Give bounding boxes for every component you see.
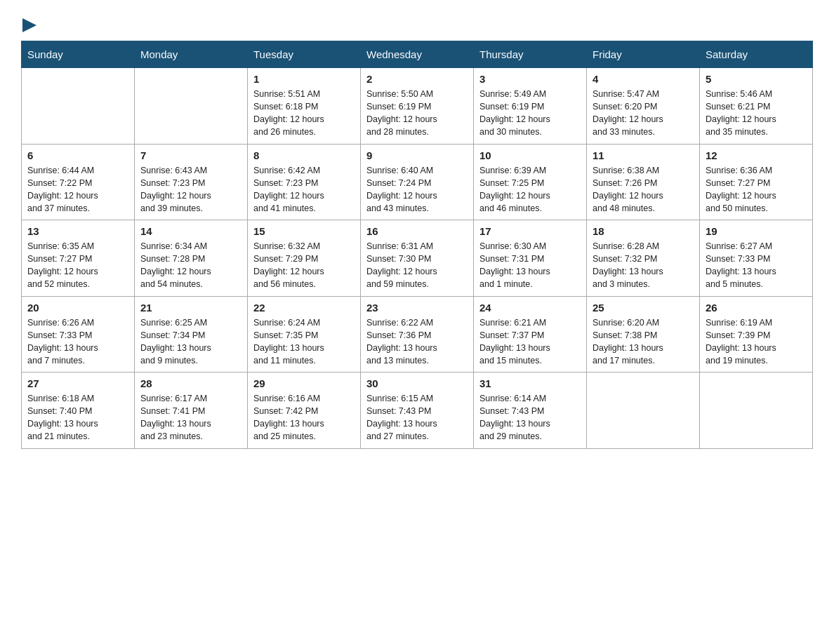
day-info: Sunrise: 6:26 AM Sunset: 7:33 PM Dayligh… [27, 316, 128, 368]
calendar-cell: 29Sunrise: 6:16 AM Sunset: 7:42 PM Dayli… [248, 373, 361, 449]
day-info: Sunrise: 6:25 AM Sunset: 7:34 PM Dayligh… [140, 316, 241, 368]
calendar-cell: 8Sunrise: 6:42 AM Sunset: 7:23 PM Daylig… [248, 144, 361, 220]
weekday-header-friday: Friday [587, 41, 700, 68]
day-info: Sunrise: 5:51 AM Sunset: 6:18 PM Dayligh… [253, 88, 355, 139]
day-info: Sunrise: 6:43 AM Sunset: 7:23 PM Dayligh… [140, 164, 241, 215]
weekday-header-thursday: Thursday [474, 41, 587, 68]
day-number: 15 [253, 225, 355, 237]
day-number: 10 [479, 149, 581, 161]
day-info: Sunrise: 6:35 AM Sunset: 7:27 PM Dayligh… [27, 240, 128, 291]
day-info: Sunrise: 6:16 AM Sunset: 7:42 PM Dayligh… [253, 392, 355, 443]
day-number: 1 [253, 73, 355, 85]
weekday-header-monday: Monday [135, 41, 248, 68]
calendar-cell: 18Sunrise: 6:28 AM Sunset: 7:32 PM Dayli… [587, 220, 700, 297]
day-number: 2 [366, 73, 468, 85]
day-number: 21 [140, 302, 241, 314]
calendar-cell: 2Sunrise: 5:50 AM Sunset: 6:19 PM Daylig… [361, 68, 474, 145]
day-info: Sunrise: 6:28 AM Sunset: 7:32 PM Dayligh… [593, 240, 694, 291]
calendar-cell: 27Sunrise: 6:18 AM Sunset: 7:40 PM Dayli… [22, 373, 135, 449]
day-number: 22 [253, 302, 355, 314]
day-number: 30 [366, 377, 468, 389]
day-number: 27 [27, 377, 128, 389]
day-number: 24 [479, 302, 581, 314]
calendar-cell: 10Sunrise: 6:39 AM Sunset: 7:25 PM Dayli… [474, 144, 587, 220]
calendar-cell [22, 68, 135, 145]
page-header [21, 17, 813, 34]
day-number: 7 [140, 149, 241, 161]
day-info: Sunrise: 5:50 AM Sunset: 6:19 PM Dayligh… [366, 88, 468, 139]
day-info: Sunrise: 6:19 AM Sunset: 7:39 PM Dayligh… [706, 316, 807, 368]
day-info: Sunrise: 6:38 AM Sunset: 7:26 PM Dayligh… [593, 164, 694, 215]
day-number: 4 [593, 73, 694, 85]
calendar-cell: 21Sunrise: 6:25 AM Sunset: 7:34 PM Dayli… [135, 296, 248, 373]
logo-arrow-icon [22, 17, 37, 34]
day-info: Sunrise: 6:31 AM Sunset: 7:30 PM Dayligh… [366, 240, 468, 291]
calendar-cell: 23Sunrise: 6:22 AM Sunset: 7:36 PM Dayli… [361, 296, 474, 373]
calendar-cell [587, 373, 700, 449]
day-number: 11 [593, 149, 694, 161]
day-info: Sunrise: 6:15 AM Sunset: 7:43 PM Dayligh… [366, 392, 468, 443]
day-number: 20 [27, 302, 128, 314]
calendar-cell: 25Sunrise: 6:20 AM Sunset: 7:38 PM Dayli… [587, 296, 700, 373]
calendar-cell: 15Sunrise: 6:32 AM Sunset: 7:29 PM Dayli… [248, 220, 361, 297]
day-info: Sunrise: 6:36 AM Sunset: 7:27 PM Dayligh… [706, 164, 807, 215]
day-number: 3 [479, 73, 581, 85]
day-info: Sunrise: 6:30 AM Sunset: 7:31 PM Dayligh… [479, 240, 581, 291]
calendar-week-4: 20Sunrise: 6:26 AM Sunset: 7:33 PM Dayli… [22, 296, 813, 373]
logo [21, 17, 37, 34]
day-info: Sunrise: 6:21 AM Sunset: 7:37 PM Dayligh… [479, 316, 581, 368]
weekday-header-saturday: Saturday [700, 41, 813, 68]
day-info: Sunrise: 6:20 AM Sunset: 7:38 PM Dayligh… [593, 316, 694, 368]
calendar-week-1: 1Sunrise: 5:51 AM Sunset: 6:18 PM Daylig… [22, 68, 813, 145]
calendar-table: SundayMondayTuesdayWednesdayThursdayFrid… [21, 41, 813, 449]
day-number: 19 [706, 225, 807, 237]
calendar-cell: 31Sunrise: 6:14 AM Sunset: 7:43 PM Dayli… [474, 373, 587, 449]
day-number: 29 [253, 377, 355, 389]
svg-marker-0 [22, 18, 37, 32]
day-info: Sunrise: 6:18 AM Sunset: 7:40 PM Dayligh… [27, 392, 128, 443]
calendar-cell: 12Sunrise: 6:36 AM Sunset: 7:27 PM Dayli… [700, 144, 813, 220]
day-info: Sunrise: 6:27 AM Sunset: 7:33 PM Dayligh… [706, 240, 807, 291]
calendar-week-2: 6Sunrise: 6:44 AM Sunset: 7:22 PM Daylig… [22, 144, 813, 220]
calendar-cell [700, 373, 813, 449]
calendar-cell: 22Sunrise: 6:24 AM Sunset: 7:35 PM Dayli… [248, 296, 361, 373]
calendar-cell: 3Sunrise: 5:49 AM Sunset: 6:19 PM Daylig… [474, 68, 587, 145]
calendar-cell: 6Sunrise: 6:44 AM Sunset: 7:22 PM Daylig… [22, 144, 135, 220]
day-number: 12 [706, 149, 807, 161]
calendar-cell: 26Sunrise: 6:19 AM Sunset: 7:39 PM Dayli… [700, 296, 813, 373]
calendar-cell: 11Sunrise: 6:38 AM Sunset: 7:26 PM Dayli… [587, 144, 700, 220]
calendar-header-row: SundayMondayTuesdayWednesdayThursdayFrid… [22, 41, 813, 68]
day-info: Sunrise: 6:44 AM Sunset: 7:22 PM Dayligh… [27, 164, 128, 215]
day-number: 16 [366, 225, 468, 237]
calendar-cell: 19Sunrise: 6:27 AM Sunset: 7:33 PM Dayli… [700, 220, 813, 297]
calendar-week-5: 27Sunrise: 6:18 AM Sunset: 7:40 PM Dayli… [22, 373, 813, 449]
day-number: 25 [593, 302, 694, 314]
day-number: 17 [479, 225, 581, 237]
day-number: 6 [27, 149, 128, 161]
day-info: Sunrise: 5:49 AM Sunset: 6:19 PM Dayligh… [479, 88, 581, 139]
calendar-cell: 1Sunrise: 5:51 AM Sunset: 6:18 PM Daylig… [248, 68, 361, 145]
day-info: Sunrise: 6:32 AM Sunset: 7:29 PM Dayligh… [253, 240, 355, 291]
day-number: 18 [593, 225, 694, 237]
day-info: Sunrise: 6:22 AM Sunset: 7:36 PM Dayligh… [366, 316, 468, 368]
day-info: Sunrise: 5:46 AM Sunset: 6:21 PM Dayligh… [706, 88, 807, 139]
day-number: 23 [366, 302, 468, 314]
calendar-cell [135, 68, 248, 145]
calendar-cell: 4Sunrise: 5:47 AM Sunset: 6:20 PM Daylig… [587, 68, 700, 145]
calendar-cell: 20Sunrise: 6:26 AM Sunset: 7:33 PM Dayli… [22, 296, 135, 373]
weekday-header-wednesday: Wednesday [361, 41, 474, 68]
calendar-cell: 5Sunrise: 5:46 AM Sunset: 6:21 PM Daylig… [700, 68, 813, 145]
day-info: Sunrise: 6:24 AM Sunset: 7:35 PM Dayligh… [253, 316, 355, 368]
day-info: Sunrise: 6:42 AM Sunset: 7:23 PM Dayligh… [253, 164, 355, 215]
day-number: 13 [27, 225, 128, 237]
calendar-cell: 24Sunrise: 6:21 AM Sunset: 7:37 PM Dayli… [474, 296, 587, 373]
day-number: 5 [706, 73, 807, 85]
day-info: Sunrise: 6:14 AM Sunset: 7:43 PM Dayligh… [479, 392, 581, 443]
day-info: Sunrise: 6:34 AM Sunset: 7:28 PM Dayligh… [140, 240, 241, 291]
calendar-cell: 13Sunrise: 6:35 AM Sunset: 7:27 PM Dayli… [22, 220, 135, 297]
calendar-cell: 14Sunrise: 6:34 AM Sunset: 7:28 PM Dayli… [135, 220, 248, 297]
day-info: Sunrise: 6:40 AM Sunset: 7:24 PM Dayligh… [366, 164, 468, 215]
day-info: Sunrise: 6:17 AM Sunset: 7:41 PM Dayligh… [140, 392, 241, 443]
calendar-cell: 30Sunrise: 6:15 AM Sunset: 7:43 PM Dayli… [361, 373, 474, 449]
day-number: 8 [253, 149, 355, 161]
